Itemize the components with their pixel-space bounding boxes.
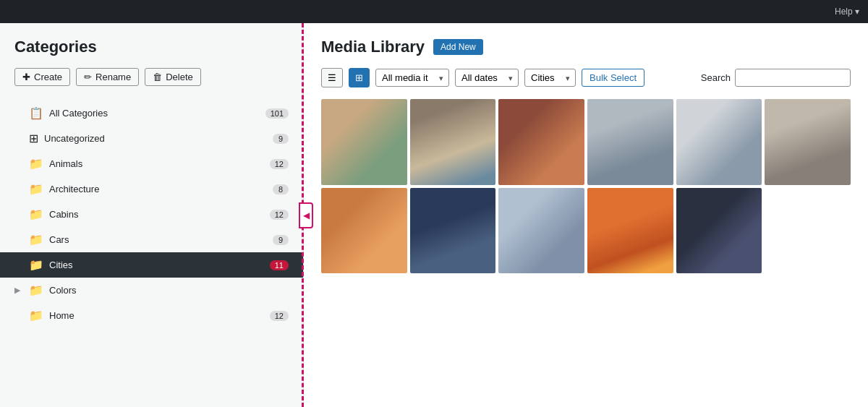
image-cell-8[interactable] <box>410 188 496 274</box>
rename-label: Rename <box>95 72 131 82</box>
category-count-uncategorized: 9 <box>273 134 289 144</box>
image-cell-1[interactable] <box>321 99 407 185</box>
folder-icon-animals: 📁 <box>29 157 43 171</box>
category-icon-all: 📋 <box>29 106 43 120</box>
category-filter-wrap: Cities <box>524 69 576 87</box>
folder-icon-colors: 📁 <box>29 283 43 297</box>
sidebar-item-cabins[interactable]: 📁Cabins12 <box>0 202 303 227</box>
delete-button[interactable]: 🗑 Delete <box>145 68 201 86</box>
create-label: Create <box>34 72 62 82</box>
category-count-cars: 9 <box>273 235 289 245</box>
main-content: Media Library Add New ☰ ⊞ All media it A… <box>304 23 868 407</box>
category-name-cars: Cars <box>49 234 273 245</box>
image-grid <box>321 99 851 273</box>
image-cell-10[interactable] <box>587 188 673 274</box>
sidebar-item-home[interactable]: 📁Home12 <box>0 303 303 328</box>
dates-filter[interactable]: All dates <box>455 69 519 87</box>
main-header: Media Library Add New <box>321 38 851 56</box>
image-cell-2[interactable] <box>410 99 496 185</box>
sidebar-item-cars[interactable]: 📁Cars9 <box>0 227 303 252</box>
bulk-select-button[interactable]: Bulk Select <box>582 69 644 87</box>
category-count-architecture: 8 <box>273 184 289 194</box>
category-name-cities: Cities <box>49 260 270 270</box>
sidebar-item-architecture[interactable]: 📁Architecture8 <box>0 176 303 202</box>
add-new-button[interactable]: Add New <box>433 39 483 55</box>
category-name-home: Home <box>49 310 270 321</box>
create-button[interactable]: ✚ Create <box>14 68 70 86</box>
page-title: Media Library <box>321 38 425 56</box>
folder-icon-cars: 📁 <box>29 233 43 247</box>
delete-label: Delete <box>166 72 193 82</box>
folder-icon-architecture: 📁 <box>29 182 43 196</box>
folder-icon-home: 📁 <box>29 309 43 322</box>
image-cell-9[interactable] <box>498 188 584 274</box>
list-view-icon: ☰ <box>328 72 336 83</box>
category-count-home: 12 <box>270 311 289 321</box>
grid-view-button[interactable]: ⊞ <box>349 68 370 87</box>
folder-icon-cabins: 📁 <box>29 207 43 221</box>
category-name-architecture: Architecture <box>49 184 273 194</box>
category-name-animals: Animals <box>49 158 270 169</box>
category-name-uncategorized: Uncategorized <box>44 133 273 144</box>
category-count-animals: 12 <box>270 159 289 169</box>
category-name-colors: Colors <box>49 285 289 296</box>
dates-filter-wrap: All dates <box>455 69 519 87</box>
search-label: Search <box>701 72 731 83</box>
collapse-sidebar-button[interactable]: ◀ <box>299 202 313 228</box>
sidebar: Categories ✚ Create ✏ Rename 🗑 Delete 📋A… <box>0 23 304 407</box>
search-wrap: Search <box>701 69 851 87</box>
category-count-all: 101 <box>265 108 289 119</box>
image-cell-5[interactable] <box>676 99 762 185</box>
category-name-cabins: Cabins <box>49 209 270 220</box>
toolbar: ☰ ⊞ All media it All dates Cities B <box>321 68 851 87</box>
sidebar-item-all[interactable]: 📋All Categories101 <box>0 100 303 126</box>
image-cell-3[interactable] <box>498 99 584 185</box>
sidebar-item-uncategorized[interactable]: ⊞Uncategorized9 <box>0 126 303 151</box>
category-name-all: All Categories <box>49 108 265 119</box>
sidebar-item-colors[interactable]: ▶📁Colors <box>0 278 303 303</box>
category-list: 📋All Categories101⊞Uncategorized9📁Animal… <box>0 100 303 328</box>
image-cell-7[interactable] <box>321 188 407 274</box>
sidebar-actions: ✚ Create ✏ Rename 🗑 Delete <box>0 68 303 100</box>
list-view-button[interactable]: ☰ <box>321 68 343 87</box>
grid-view-icon: ⊞ <box>355 72 363 83</box>
folder-icon-cities: 📁 <box>29 258 43 272</box>
category-icon-uncategorized: ⊞ <box>29 132 38 145</box>
sidebar-item-cities[interactable]: 📁Cities11 <box>0 252 303 278</box>
media-type-filter[interactable]: All media it <box>375 69 449 87</box>
page-wrapper: Categories ✚ Create ✏ Rename 🗑 Delete 📋A… <box>0 23 868 407</box>
expand-arrow-colors: ▶ <box>14 286 26 295</box>
plus-icon: ✚ <box>22 72 30 82</box>
help-button[interactable]: Help ▾ <box>835 7 859 17</box>
category-count-cabins: 12 <box>270 210 289 220</box>
pencil-icon: ✏ <box>84 72 92 82</box>
image-cell-11[interactable] <box>676 188 762 274</box>
rename-button[interactable]: ✏ Rename <box>76 68 139 86</box>
top-bar: Help ▾ <box>0 0 868 23</box>
image-cell-4[interactable] <box>587 99 673 185</box>
image-cell-6[interactable] <box>765 99 851 185</box>
sidebar-item-animals[interactable]: 📁Animals12 <box>0 151 303 176</box>
trash-icon: 🗑 <box>153 72 162 82</box>
category-filter[interactable]: Cities <box>524 69 576 87</box>
sidebar-title: Categories <box>0 38 303 68</box>
category-count-cities: 11 <box>270 260 289 270</box>
media-type-filter-wrap: All media it <box>375 69 449 87</box>
search-input[interactable] <box>735 69 851 87</box>
